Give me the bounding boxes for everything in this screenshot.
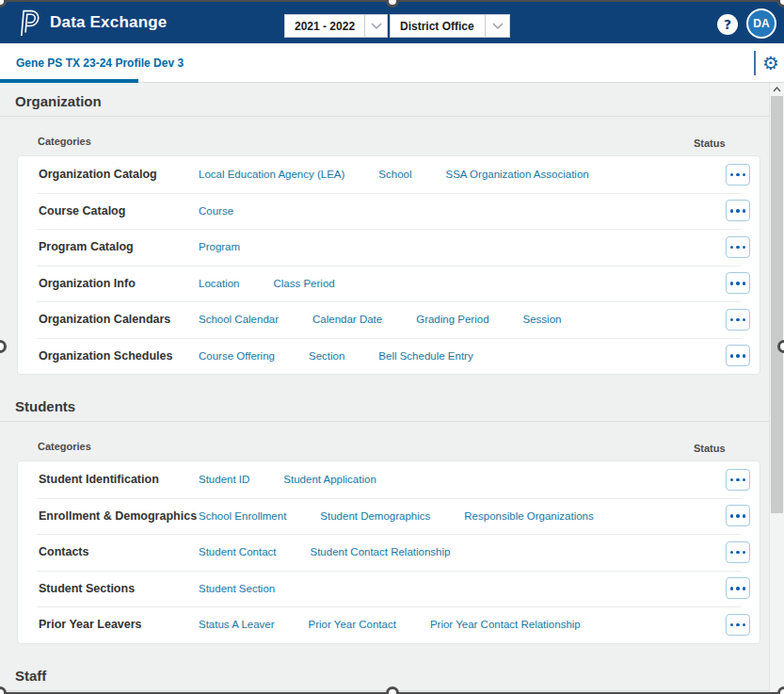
- tab-bar: Gene PS TX 23-24 Profile Dev 3 ⚙: [0, 43, 784, 83]
- row-actions-button[interactable]: [726, 505, 750, 526]
- resource-link[interactable]: Status A Leaver: [199, 619, 275, 630]
- ellipsis-icon: [730, 209, 734, 213]
- resource-link[interactable]: Calendar Date: [312, 314, 382, 325]
- crop-handle-bottom-center[interactable]: [386, 686, 399, 694]
- resource-link[interactable]: Prior Year Contact Relationship: [430, 619, 581, 630]
- resource-link[interactable]: Student Application: [283, 474, 376, 485]
- active-tab-underline: [0, 79, 138, 83]
- columns-header: Categories Status: [0, 422, 784, 460]
- section-title: Students: [0, 388, 784, 422]
- resource-link[interactable]: Student Contact: [199, 546, 276, 557]
- category-name: Organization Catalog: [39, 168, 199, 181]
- year-dropdown[interactable]: 2021 - 2022: [284, 14, 388, 38]
- categories-column-label: Categories: [38, 136, 91, 147]
- links: School Enrollment Student Demographics R…: [199, 510, 726, 522]
- resource-link[interactable]: Class Period: [273, 278, 334, 289]
- category-name: Student Identification: [39, 473, 199, 486]
- category-name: Organization Schedules: [39, 349, 199, 363]
- resource-link[interactable]: Course Offering: [199, 350, 275, 362]
- resource-link[interactable]: Student Contact Relationship: [310, 546, 450, 557]
- resource-link[interactable]: Session: [523, 314, 562, 325]
- row-actions-button[interactable]: [726, 164, 750, 186]
- chevron-down-icon: [364, 15, 387, 37]
- links: Location Class Period: [199, 278, 726, 289]
- row-actions-button[interactable]: [726, 541, 750, 563]
- category-row: Organization Catalog Local Education Age…: [18, 156, 760, 193]
- category-card: Organization Catalog Local Education Age…: [17, 155, 760, 375]
- resource-link[interactable]: Responsible Organizations: [464, 510, 593, 522]
- category-name: Contacts: [39, 545, 199, 558]
- resource-link[interactable]: SSA Organization Association: [446, 169, 589, 180]
- vertical-separator: [754, 51, 756, 75]
- ellipsis-icon: [730, 354, 734, 358]
- category-name: Enrollment & Demographics: [39, 509, 199, 523]
- year-dropdown-value: 2021 - 2022: [285, 20, 364, 33]
- section-title: Organization: [0, 83, 784, 117]
- row-actions-button[interactable]: [726, 614, 750, 636]
- status-column-label: Status: [694, 443, 726, 454]
- app-header: Data Exchange 2021 - 2022 District Offic…: [0, 2, 784, 43]
- crop-handle-bottom-right[interactable]: [777, 686, 784, 694]
- context-dropdown[interactable]: District Office: [390, 14, 510, 38]
- ellipsis-icon: [730, 246, 734, 250]
- row-actions-button[interactable]: [726, 345, 750, 366]
- category-row: Course Catalog Course: [18, 193, 760, 230]
- resource-link[interactable]: School Calendar: [199, 314, 279, 325]
- resource-link[interactable]: Grading Period: [416, 314, 488, 325]
- resource-link[interactable]: School: [378, 169, 411, 180]
- content: Organization Categories Status Organizat…: [0, 83, 784, 694]
- links: Course Offering Section Bell Schedule En…: [199, 350, 726, 362]
- resource-link[interactable]: Program: [199, 241, 240, 252]
- resource-link[interactable]: Student Section: [199, 583, 275, 594]
- help-icon[interactable]: ?: [717, 14, 738, 35]
- resource-link[interactable]: Section: [309, 350, 344, 362]
- resource-link[interactable]: Local Education Agency (LEA): [199, 169, 344, 180]
- section: Organization Categories Status Organizat…: [0, 83, 784, 375]
- category-row: Contacts Student Contact Student Contact…: [18, 534, 760, 571]
- scroll-up-arrow-icon[interactable]: [770, 83, 784, 96]
- ellipsis-icon: [730, 514, 734, 518]
- row-actions-button[interactable]: [726, 200, 750, 221]
- category-row: Student Identification Student ID Studen…: [18, 461, 760, 498]
- row-actions-button[interactable]: [726, 469, 750, 491]
- row-actions-button[interactable]: [726, 309, 750, 331]
- row-actions-button[interactable]: [726, 236, 750, 258]
- categories-column-label: Categories: [38, 441, 91, 452]
- category-name: Student Sections: [39, 582, 199, 595]
- vertical-scrollbar[interactable]: [769, 83, 784, 694]
- resource-link[interactable]: School Enrollment: [199, 510, 286, 522]
- crop-handle-middle-right[interactable]: [777, 340, 784, 353]
- resource-link[interactable]: Course: [199, 205, 233, 217]
- gear-icon[interactable]: ⚙: [762, 54, 779, 73]
- category-card: Student Identification Student ID Studen…: [17, 460, 760, 644]
- chevron-down-icon: [485, 15, 509, 37]
- scrollbar-thumb[interactable]: [771, 96, 783, 513]
- columns-header: Categories Status: [0, 117, 784, 155]
- category-row: Program Catalog Program: [18, 229, 760, 266]
- row-actions-button[interactable]: [726, 272, 750, 294]
- ellipsis-icon: [730, 478, 734, 482]
- resource-link[interactable]: Bell Schedule Entry: [378, 350, 472, 362]
- links: School Calendar Calendar Date Grading Pe…: [199, 314, 726, 325]
- ellipsis-icon: [730, 551, 734, 555]
- resource-link[interactable]: Student Demographics: [320, 510, 430, 522]
- tab-profile[interactable]: Gene PS TX 23-24 Profile Dev 3: [16, 43, 184, 82]
- links: Student Contact Student Contact Relation…: [199, 546, 726, 557]
- resource-link[interactable]: Prior Year Contact: [309, 619, 396, 630]
- category-name: Organization Calendars: [39, 313, 199, 326]
- links: Local Education Agency (LEA) School SSA …: [199, 169, 726, 180]
- row-actions-button[interactable]: [726, 577, 750, 599]
- category-row: Organization Info Location Class Period: [18, 266, 760, 302]
- ellipsis-icon: [730, 173, 734, 177]
- resource-link[interactable]: Student ID: [199, 474, 249, 485]
- category-name: Program Catalog: [39, 240, 199, 253]
- avatar[interactable]: DA: [746, 8, 776, 39]
- category-name: Course Catalog: [39, 204, 199, 218]
- resource-link[interactable]: Location: [199, 278, 239, 289]
- category-row: Prior Year Leavers Status A Leaver Prior…: [18, 606, 760, 643]
- context-dropdown-value: District Office: [391, 20, 485, 33]
- ellipsis-icon: [730, 623, 734, 627]
- category-row: Organization Calendars School Calendar C…: [18, 301, 760, 338]
- app-title: Data Exchange: [50, 13, 167, 32]
- ellipsis-icon: [730, 282, 734, 285]
